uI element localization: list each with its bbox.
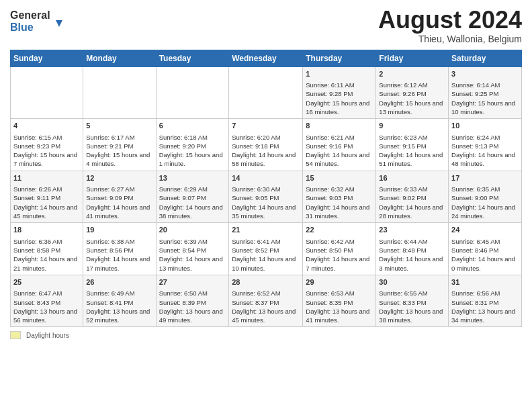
day-number: 2 [379, 69, 445, 79]
day-info: Daylight: 15 hours and 1 minute. [159, 150, 226, 169]
day-number: 1 [306, 69, 373, 79]
day-number: 18 [13, 225, 80, 235]
day-info: Sunset: 8:48 PM [379, 246, 445, 255]
calendar-cell: 7Sunrise: 6:20 AMSunset: 9:18 PMDaylight… [229, 119, 303, 171]
day-number: 11 [13, 173, 80, 183]
day-info: Sunrise: 6:30 AM [232, 185, 300, 193]
day-info: Daylight: 14 hours and 24 minutes. [451, 203, 519, 221]
day-info: Daylight: 13 hours and 49 minutes. [159, 307, 226, 325]
day-number: 12 [86, 173, 152, 183]
day-info: Daylight: 14 hours and 35 minutes. [232, 203, 300, 221]
calendar-cell: 29Sunrise: 6:53 AMSunset: 8:35 PMDayligh… [303, 275, 376, 327]
footer: Daylight hours [10, 331, 522, 339]
day-info: Sunset: 8:35 PM [306, 298, 373, 307]
header: General Blue August 2024 Thieu, Wallonia… [10, 7, 522, 44]
day-number: 13 [159, 173, 226, 183]
day-number: 3 [451, 69, 519, 79]
day-info: Sunrise: 6:29 AM [159, 185, 226, 193]
day-info: Sunset: 8:54 PM [159, 246, 226, 255]
day-info: Daylight: 14 hours and 17 minutes. [86, 255, 152, 273]
calendar-week-3: 11Sunrise: 6:26 AMSunset: 9:11 PMDayligh… [11, 171, 522, 223]
day-info: Sunset: 9:15 PM [379, 142, 445, 150]
calendar-cell: 14Sunrise: 6:30 AMSunset: 9:05 PMDayligh… [229, 171, 303, 223]
day-number: 5 [86, 121, 152, 131]
calendar-week-4: 18Sunrise: 6:36 AMSunset: 8:58 PMDayligh… [11, 223, 522, 275]
day-info: Daylight: 15 hours and 10 minutes. [451, 99, 519, 117]
day-number: 27 [159, 277, 226, 287]
calendar-cell: 17Sunrise: 6:35 AMSunset: 9:00 PMDayligh… [449, 171, 522, 223]
calendar-cell: 28Sunrise: 6:52 AMSunset: 8:37 PMDayligh… [229, 275, 303, 327]
day-info: Daylight: 14 hours and 48 minutes. [451, 150, 519, 169]
calendar-cell: 9Sunrise: 6:23 AMSunset: 9:15 PMDaylight… [376, 119, 449, 171]
day-info: Sunrise: 6:17 AM [86, 133, 152, 142]
day-info: Sunrise: 6:15 AM [13, 133, 80, 142]
day-info: Sunrise: 6:42 AM [306, 237, 373, 246]
calendar-cell: 25Sunrise: 6:47 AMSunset: 8:43 PMDayligh… [11, 275, 83, 327]
main-title: August 2024 [378, 7, 522, 34]
calendar-cell: 12Sunrise: 6:27 AMSunset: 9:09 PMDayligh… [83, 171, 156, 223]
day-info: Sunrise: 6:39 AM [159, 237, 226, 246]
calendar-cell: 31Sunrise: 6:56 AMSunset: 8:31 PMDayligh… [449, 275, 522, 327]
calendar-cell: 3Sunrise: 6:14 AMSunset: 9:25 PMDaylight… [449, 66, 522, 119]
day-number: 6 [159, 121, 226, 131]
logo-svg: General Blue [10, 7, 71, 36]
col-saturday: Saturday [449, 50, 522, 66]
day-info: Sunrise: 6:33 AM [379, 185, 445, 193]
day-number: 7 [232, 121, 300, 131]
day-info: Sunrise: 6:36 AM [13, 237, 80, 246]
day-info: Sunrise: 6:23 AM [379, 133, 445, 142]
day-number: 24 [451, 225, 519, 235]
day-info: Sunrise: 6:47 AM [13, 289, 80, 298]
day-info: Sunset: 9:00 PM [451, 193, 519, 202]
day-number: 8 [306, 121, 373, 131]
page: General Blue August 2024 Thieu, Wallonia… [0, 0, 532, 411]
legend-label: Daylight hours [26, 332, 69, 339]
day-info: Sunset: 9:07 PM [159, 193, 226, 202]
calendar-cell: 10Sunrise: 6:24 AMSunset: 9:13 PMDayligh… [449, 119, 522, 171]
day-info: Sunset: 9:20 PM [159, 142, 226, 150]
day-info: Daylight: 15 hours and 16 minutes. [306, 99, 373, 117]
day-info: Sunset: 8:50 PM [306, 246, 373, 255]
day-info: Daylight: 14 hours and 45 minutes. [13, 203, 80, 221]
day-info: Daylight: 13 hours and 52 minutes. [86, 307, 152, 325]
day-info: Sunrise: 6:20 AM [232, 133, 300, 142]
day-info: Sunrise: 6:11 AM [306, 81, 373, 89]
calendar-cell: 2Sunrise: 6:12 AMSunset: 9:26 PMDaylight… [376, 66, 449, 119]
day-info: Sunrise: 6:50 AM [159, 289, 226, 298]
day-info: Daylight: 15 hours and 13 minutes. [379, 99, 445, 117]
day-info: Sunset: 8:52 PM [232, 246, 300, 255]
col-sunday: Sunday [11, 50, 83, 66]
day-info: Sunrise: 6:52 AM [232, 289, 300, 298]
calendar-cell: 11Sunrise: 6:26 AMSunset: 9:11 PMDayligh… [11, 171, 83, 223]
day-number: 9 [379, 121, 445, 131]
calendar-cell: 24Sunrise: 6:45 AMSunset: 8:46 PMDayligh… [449, 223, 522, 275]
calendar-cell: 27Sunrise: 6:50 AMSunset: 8:39 PMDayligh… [156, 275, 229, 327]
day-number: 20 [159, 225, 226, 235]
day-info: Daylight: 14 hours and 38 minutes. [159, 203, 226, 221]
calendar-cell: 26Sunrise: 6:49 AMSunset: 8:41 PMDayligh… [83, 275, 156, 327]
col-monday: Monday [83, 50, 156, 66]
calendar-week-5: 25Sunrise: 6:47 AMSunset: 8:43 PMDayligh… [11, 275, 522, 327]
day-info: Sunrise: 6:12 AM [379, 81, 445, 89]
day-info: Daylight: 14 hours and 54 minutes. [306, 150, 373, 169]
day-info: Sunrise: 6:21 AM [306, 133, 373, 142]
day-info: Sunrise: 6:44 AM [379, 237, 445, 246]
day-info: Sunset: 8:58 PM [13, 246, 80, 255]
day-number: 15 [306, 173, 373, 183]
day-info: Daylight: 14 hours and 7 minutes. [306, 255, 373, 273]
day-info: Sunrise: 6:56 AM [451, 289, 519, 298]
day-info: Daylight: 14 hours and 51 minutes. [379, 150, 445, 169]
day-info: Daylight: 13 hours and 38 minutes. [379, 307, 445, 325]
day-info: Sunset: 9:26 PM [379, 89, 445, 98]
header-row: Sunday Monday Tuesday Wednesday Thursday… [11, 50, 522, 66]
day-info: Sunrise: 6:18 AM [159, 133, 226, 142]
calendar-cell [11, 66, 83, 119]
day-info: Sunset: 8:33 PM [379, 298, 445, 307]
calendar-cell: 16Sunrise: 6:33 AMSunset: 9:02 PMDayligh… [376, 171, 449, 223]
day-info: Sunset: 9:05 PM [232, 193, 300, 202]
calendar-cell: 23Sunrise: 6:44 AMSunset: 8:48 PMDayligh… [376, 223, 449, 275]
day-number: 30 [379, 277, 445, 287]
day-info: Sunset: 9:13 PM [451, 142, 519, 150]
calendar-week-2: 4Sunrise: 6:15 AMSunset: 9:23 PMDaylight… [11, 119, 522, 171]
calendar-cell: 1Sunrise: 6:11 AMSunset: 9:28 PMDaylight… [303, 66, 376, 119]
